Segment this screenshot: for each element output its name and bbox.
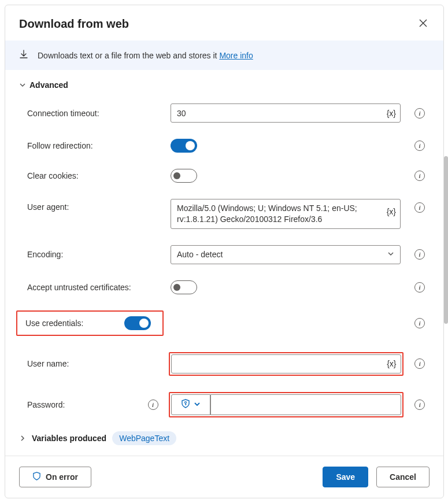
username-label: User name: [19,359,162,368]
connection-timeout-input[interactable] [171,103,401,123]
download-icon [19,50,28,61]
encoding-value: Auto - detect [177,250,223,259]
row-accept-untrusted: Accept untrusted certificates: i [19,272,430,302]
section-advanced[interactable]: Advanced [19,80,430,90]
save-label: Save [336,472,355,482]
cancel-label: Cancel [390,472,416,482]
info-icon[interactable]: i [148,400,158,410]
follow-redirection-toggle[interactable] [171,139,197,153]
info-icon[interactable]: i [414,108,425,119]
on-error-label: On error [46,472,78,482]
user-agent-label: User agent: [19,199,164,212]
content-area: Advanced Connection timeout: {x} i Follo… [5,70,443,456]
info-icon[interactable]: i [414,202,425,213]
row-follow-redirection: Follow redirection: i [19,131,430,161]
credential-picker-button[interactable] [171,394,210,415]
encoding-select[interactable]: Auto - detect [171,245,401,264]
section-advanced-label: Advanced [29,80,68,90]
variable-chip[interactable]: WebPageText [112,431,176,445]
info-icon[interactable]: i [414,400,425,410]
clear-cookies-toggle[interactable] [171,169,197,183]
scrollbar-thumb[interactable] [444,156,448,324]
row-encoding: Encoding: Auto - detect i [19,237,430,272]
on-error-button[interactable]: On error [19,467,91,487]
user-agent-input[interactable]: Mozilla/5.0 (Windows; U; Windows NT 5.1;… [171,199,401,229]
save-button[interactable]: Save [323,467,368,487]
use-credentials-toggle[interactable] [124,316,151,330]
username-input[interactable] [171,354,401,373]
close-icon[interactable] [417,16,430,32]
use-credentials-label: Use credentials: [25,319,124,328]
row-use-credentials: Use credentials: i [19,302,430,344]
chevron-right-icon [19,435,26,442]
password-label: Password: [27,400,143,409]
accept-untrusted-label: Accept untrusted certificates: [19,283,164,292]
shield-icon [32,472,41,482]
dialog-title: Download from web [19,17,129,31]
info-icon[interactable]: i [414,358,425,369]
chevron-down-icon [194,400,201,410]
section-variables-produced[interactable]: Variables produced WebPageText [19,426,430,449]
dialog-header: Download from web [5,5,443,40]
cancel-button[interactable]: Cancel [376,467,430,487]
row-connection-timeout: Connection timeout: {x} i [19,95,430,131]
variables-produced-label: Variables produced [32,434,106,443]
more-info-link[interactable]: More info [219,51,253,60]
dialog-footer: On error Save Cancel [5,456,443,498]
info-banner: Downloads text or a file from the web an… [5,40,443,70]
clear-cookies-label: Clear cookies: [19,171,164,180]
row-user-agent: User agent: Mozilla/5.0 (Windows; U; Win… [19,191,430,237]
connection-timeout-label: Connection timeout: [19,109,164,118]
chevron-down-icon [387,250,394,259]
row-username: User name: {x} i [19,344,430,384]
encoding-label: Encoding: [19,250,164,259]
info-icon[interactable]: i [414,282,425,293]
accept-untrusted-toggle[interactable] [171,280,197,294]
banner-text: Downloads text or a file from the web an… [38,51,219,60]
info-icon[interactable]: i [414,249,425,260]
follow-redirection-label: Follow redirection: [19,141,164,150]
info-icon[interactable]: i [414,171,425,181]
chevron-down-icon [19,82,26,88]
row-clear-cookies: Clear cookies: i [19,161,430,191]
password-input[interactable] [210,394,401,415]
info-icon[interactable]: i [414,140,425,151]
dialog-download-from-web: Download from web Downloads text or a fi… [5,5,444,498]
shield-icon [181,399,190,410]
row-password: Password: i [19,384,430,426]
svg-point-0 [184,401,186,403]
info-icon[interactable]: i [414,318,425,328]
